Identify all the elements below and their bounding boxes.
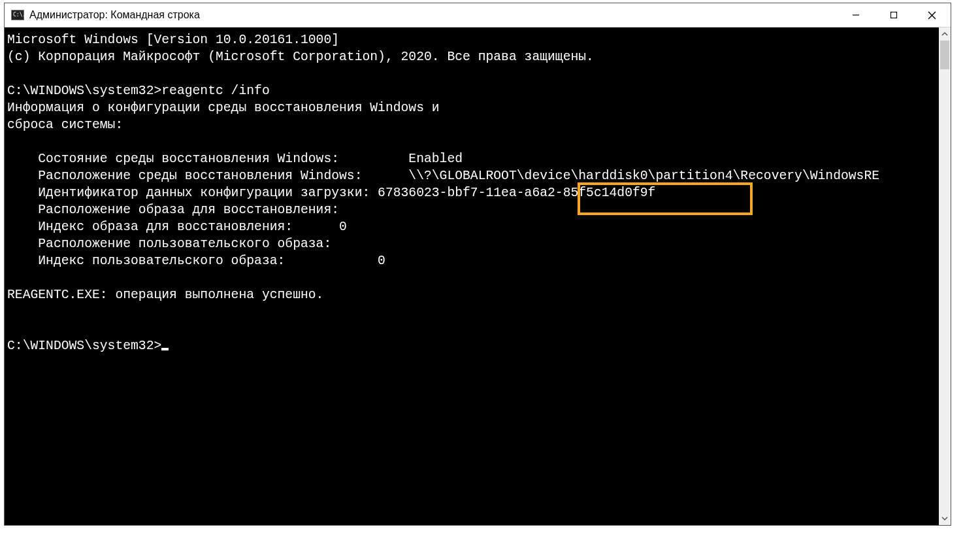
chevron-up-icon [941,31,948,37]
terminal[interactable]: Microsoft Windows [Version 10.0.20161.10… [5,27,939,525]
maximize-icon [890,11,898,19]
close-button[interactable] [913,3,951,27]
cursor [161,348,169,350]
scroll-down-button[interactable] [939,512,951,525]
svg-rect-1 [891,12,897,18]
titlebar[interactable]: C:\. Администратор: Командная строка [5,3,951,27]
maximize-button[interactable] [875,3,913,27]
close-icon [928,11,936,20]
vertical-scrollbar[interactable] [939,27,951,525]
client-area: Microsoft Windows [Version 10.0.20161.10… [5,27,951,525]
scrollbar-thumb[interactable] [940,41,949,69]
window-controls [837,3,951,27]
cmd-window: C:\. Администратор: Командная строка Mic… [4,3,951,526]
cmd-icon-label: C:\. [13,12,25,18]
minimize-icon [852,11,860,19]
scroll-up-button[interactable] [939,27,951,41]
minimize-button[interactable] [837,3,875,27]
terminal-output: Microsoft Windows [Version 10.0.20161.10… [5,27,939,354]
cmd-icon: C:\. [11,10,24,20]
chevron-down-icon [941,515,948,522]
window-title: Администратор: Командная строка [29,9,837,21]
